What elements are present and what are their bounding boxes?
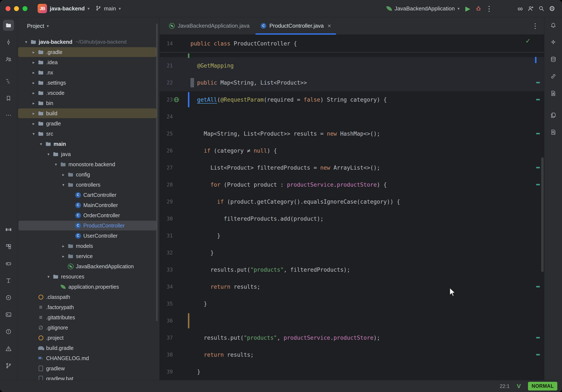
commit-icon[interactable]: [3, 37, 14, 48]
chevron-collapsed-icon[interactable]: ▸: [60, 172, 67, 177]
tree-item-.gradle[interactable]: ▸.gradle: [17, 47, 159, 57]
code-editor[interactable]: 14public class ProductController {21 @Ge…: [160, 35, 544, 380]
tree-item-bin[interactable]: ▸bin: [17, 98, 159, 108]
analysis-mark[interactable]: [536, 82, 540, 83]
analysis-mark[interactable]: [536, 354, 540, 356]
code-line-37[interactable]: 37 results.put("products", productServic…: [160, 329, 544, 346]
tree-item-models[interactable]: ▸models: [17, 241, 159, 251]
modules-icon[interactable]: [3, 241, 14, 252]
tree-item-config[interactable]: ▸config: [17, 169, 159, 180]
tree-item-OrderController[interactable]: COrderController: [17, 210, 159, 220]
search-icon[interactable]: [536, 3, 547, 14]
tree-item-application.properties[interactable]: application.properties: [17, 282, 159, 292]
chevron-expanded-icon[interactable]: ▾: [30, 131, 37, 136]
tab-JavaBackendApplication.java[interactable]: JavaBackendApplication.java: [164, 17, 255, 35]
code-line-39[interactable]: 39 }: [160, 363, 544, 380]
branch-widget[interactable]: main ▾: [93, 4, 124, 14]
version-control-icon[interactable]: [3, 360, 14, 371]
tree-item-controllers[interactable]: ▾controllers: [17, 180, 159, 190]
sticky-line[interactable]: 14public class ProductController {: [160, 35, 544, 52]
close-button[interactable]: [6, 6, 11, 11]
chevron-collapsed-icon[interactable]: ▸: [30, 91, 37, 95]
debug-button[interactable]: [473, 3, 484, 14]
playground-icon[interactable]: [3, 258, 14, 269]
tree-item-.gitattributes[interactable]: ≡.gitattributes: [17, 312, 159, 322]
vim-icon[interactable]: V: [517, 383, 521, 390]
chevron-expanded-icon[interactable]: ▾: [52, 162, 59, 167]
code-line-26[interactable]: 26 if (category ≠ null) {: [160, 142, 544, 159]
dependencies-icon[interactable]: [548, 71, 559, 82]
documentation-icon[interactable]: [548, 110, 559, 121]
code-line-30[interactable]: 30 filteredProducts.add(product);: [160, 210, 544, 227]
build-icon[interactable]: [3, 224, 14, 235]
tree-item-CartController[interactable]: CCartController: [17, 190, 159, 200]
terminal-icon[interactable]: [3, 309, 14, 320]
chevron-collapsed-icon[interactable]: ▸: [30, 60, 37, 65]
tree-item-resources[interactable]: ▾resources: [17, 272, 159, 282]
chevron-collapsed-icon[interactable]: ▸: [30, 121, 37, 126]
settings-gear-icon[interactable]: ⚙: [547, 3, 557, 14]
tree-item-.vscode[interactable]: ▸.vscode: [17, 88, 159, 98]
run-config-widget[interactable]: JavaBackendApplication ▾: [384, 4, 463, 14]
more-tools-icon[interactable]: [3, 110, 14, 121]
chevron-expanded-icon[interactable]: ▾: [45, 274, 52, 279]
tree-item-UserController[interactable]: CUserController: [17, 231, 159, 241]
analysis-mark[interactable]: [536, 167, 540, 168]
tree-item-java-backend[interactable]: ▾java-backend~/Github/java-backend: [17, 37, 159, 47]
tree-item-ProductController[interactable]: CProductController: [17, 220, 159, 231]
code-line-34[interactable]: 34 return results;: [160, 278, 544, 295]
analysis-mark[interactable]: [536, 286, 540, 287]
code-line-27[interactable]: 27 List<Product> filteredProducts = new …: [160, 159, 544, 176]
code-line-36[interactable]: 36: [160, 312, 544, 329]
zoom-button[interactable]: [23, 6, 27, 11]
tree-item-monostore.backend[interactable]: ▾monostore.backend: [17, 159, 159, 169]
tree-item-.idea[interactable]: ▸.idea: [17, 57, 159, 67]
inspections-ok-icon[interactable]: ✓: [526, 36, 530, 45]
caret-position[interactable]: 22:1: [500, 383, 510, 389]
project-panel-header[interactable]: Project ▾: [17, 17, 159, 35]
chevron-collapsed-icon[interactable]: ▸: [30, 111, 37, 116]
code-line-35[interactable]: 35 }: [160, 295, 544, 312]
endpoint-globe-icon[interactable]: [173, 96, 180, 104]
tab-ProductController.java[interactable]: CProductController.java×: [255, 17, 337, 35]
tree-item-build[interactable]: ▸build: [17, 108, 159, 119]
code-line-33[interactable]: 33 results.put("products", filteredProdu…: [160, 261, 544, 278]
tree-item-build.gradle[interactable]: build.gradle: [17, 343, 159, 353]
chevron-expanded-icon[interactable]: ▾: [60, 182, 67, 187]
analysis-mark[interactable]: [536, 99, 540, 100]
code-line-32[interactable]: 32 }: [160, 244, 544, 261]
chevron-collapsed-icon[interactable]: ▸: [60, 254, 67, 259]
tree-item-main[interactable]: ▾main: [17, 139, 159, 149]
code-line-21[interactable]: 21 @GetMapping: [160, 57, 544, 74]
chevron-expanded-icon[interactable]: ▾: [37, 142, 45, 146]
project-widget[interactable]: JB java-backend ▾: [35, 2, 93, 15]
analysis-mark[interactable]: [536, 337, 540, 338]
find-icon[interactable]: [548, 127, 559, 138]
code-line-31[interactable]: 31 }: [160, 227, 544, 244]
minimize-button[interactable]: [14, 6, 19, 11]
run-button[interactable]: ▶: [463, 3, 473, 14]
code-line-23[interactable]: 23 getAll(@RequestParam(required = false…: [160, 91, 544, 108]
tree-item-JavaBackendApplication[interactable]: JavaBackendApplication: [17, 261, 159, 272]
tree-item-src[interactable]: ▾src: [17, 129, 159, 139]
tree-item-service[interactable]: ▸service: [17, 251, 159, 261]
tree-scrollbar[interactable]: [156, 24, 158, 321]
tree-item-gradle[interactable]: ▸gradle: [17, 119, 159, 129]
tree-item-.project[interactable]: .project: [17, 333, 159, 343]
editor-scrollbar[interactable]: [541, 157, 544, 272]
code-line-38[interactable]: 38 return results;: [160, 346, 544, 363]
tree-item-MainController[interactable]: CMainController: [17, 200, 159, 210]
tree-item-java[interactable]: ▾java: [17, 149, 159, 159]
chevron-collapsed-icon[interactable]: ▸: [30, 101, 37, 106]
add-user-icon[interactable]: [526, 3, 536, 14]
tree-item-.classpath[interactable]: .classpath: [17, 292, 159, 302]
pull-requests-icon[interactable]: [3, 54, 14, 65]
tree-item-gradlew.bat[interactable]: gradlew.bat: [17, 373, 159, 380]
more-actions-button[interactable]: ⋮: [484, 3, 494, 14]
chevron-expanded-icon[interactable]: ▾: [23, 39, 30, 44]
services-icon[interactable]: [3, 292, 14, 303]
chevron-collapsed-icon[interactable]: ▸: [30, 70, 37, 75]
tree-item-gradlew[interactable]: gradlew: [17, 363, 159, 373]
code-line-29[interactable]: 29 if (product.getCategory().equalsIgnor…: [160, 193, 544, 210]
analysis-mark[interactable]: [536, 184, 540, 185]
